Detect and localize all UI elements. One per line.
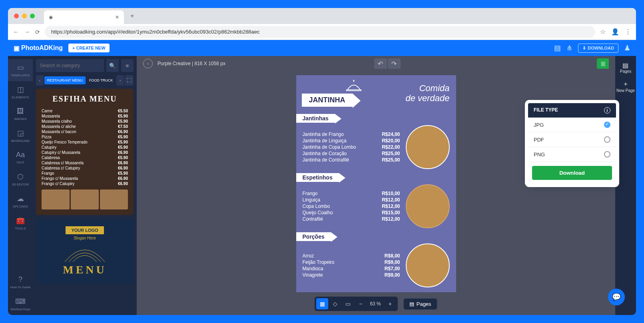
- back-button[interactable]: ‹: [143, 59, 153, 68]
- category-food-truck[interactable]: FOOD TRUCK: [86, 76, 116, 84]
- food-image: [71, 189, 99, 209]
- dish-image: [406, 184, 450, 228]
- section-heading: Espetinhos: [296, 173, 339, 182]
- food-image: [42, 189, 70, 209]
- price-row: FrangoR$10,00: [303, 190, 400, 197]
- redo-button[interactable]: ↷: [388, 58, 401, 69]
- sidebar-text[interactable]: AaTEXT: [8, 147, 33, 168]
- logo-badge: YOUR LOGO: [66, 226, 104, 234]
- price-row: VinagreteR$9,00: [303, 272, 400, 278]
- present-button[interactable]: ▭: [342, 298, 354, 309]
- price-row: Mussarela€5.90: [42, 114, 128, 119]
- account-icon[interactable]: 👤: [611, 28, 619, 36]
- file-type-pdf[interactable]: PDF: [528, 132, 616, 147]
- chat-button[interactable]: 💬: [608, 289, 625, 305]
- template-title: ESFIHA MENU: [42, 94, 128, 104]
- present-icon[interactable]: ▤: [554, 44, 561, 52]
- price-row: Jantinha de FrangoR$24,00: [303, 131, 400, 138]
- close-icon[interactable]: ✕: [115, 14, 119, 20]
- templates-panel: 🔍 ≡ ‹ RESTAURANT MENU FOOD TRUCK › ⛶ ESF…: [33, 56, 137, 315]
- share-icon[interactable]: ⋔: [566, 44, 572, 52]
- cloche-icon: [346, 80, 362, 92]
- price-row: Frango c/ Catupiry€6.90: [42, 181, 128, 186]
- price-row: Copa LomboR$12,00: [303, 203, 400, 209]
- template-thumb-esfiha[interactable]: ESFIHA MENU Carne€5.50Mussarela€5.90Muss…: [36, 89, 134, 215]
- canvas-area: ‹ Purple Creative | 816 X 1056 px ↶ ↷ ≣ …: [137, 56, 615, 315]
- zoom-in-button[interactable]: +: [384, 298, 396, 309]
- download-button[interactable]: ⬇ DOWNLOAD: [578, 44, 618, 53]
- price-row: Pizza€5.90: [42, 134, 128, 140]
- user-icon[interactable]: ♟: [624, 44, 630, 52]
- eraser-button[interactable]: ◇: [329, 298, 341, 309]
- menu-title: MENU: [43, 263, 126, 276]
- left-sidebar: ▭TEMPLATES ◫ELEMENTS 🖼IMAGES ◲BKGROUND A…: [8, 56, 33, 315]
- sidebar-shortcuts[interactable]: ⌨Shortcut Keys: [8, 293, 33, 315]
- price-row: Catupiry c/ Mussarela€6.90: [42, 150, 128, 155]
- zoom-out-button[interactable]: −: [355, 298, 367, 309]
- price-row: Jantinha de CoraçãoR$25,00: [303, 150, 400, 157]
- section-heading: Porções: [296, 232, 331, 241]
- new-tab-button[interactable]: +: [130, 12, 134, 20]
- food-image: [100, 189, 128, 209]
- category-prev[interactable]: ‹: [36, 75, 44, 86]
- sidebar-howto[interactable]: ?How-To Guide: [8, 271, 33, 293]
- file-type-popup: FILE TYPE i JPG PDF PNG Download: [528, 103, 616, 184]
- search-input[interactable]: [36, 59, 104, 72]
- app-header: ▣ PhotoADKing + CREATE NEW ▤ ⋔ ⬇ DOWNLOA…: [8, 40, 636, 56]
- menu-document[interactable]: JANTINHA Comida de verdade Jantinhas Jan…: [296, 75, 456, 292]
- sidebar-images[interactable]: 🖼IMAGES: [8, 103, 33, 125]
- new-page-button[interactable]: ＋New Page: [616, 77, 635, 96]
- price-row: Jantinha de LinguiçaR$20,00: [303, 138, 400, 144]
- category-next[interactable]: ›: [116, 75, 124, 86]
- window-close[interactable]: [14, 14, 19, 18]
- price-row: Jantinha de ContrafiléR$25,00: [303, 157, 400, 163]
- back-icon[interactable]: ←: [13, 28, 19, 36]
- browser-tabbar: ◉ ✕ +: [8, 8, 636, 24]
- layers-button[interactable]: ≣: [597, 58, 609, 69]
- reload-icon[interactable]: ⟳: [35, 29, 40, 35]
- price-row: Frango€5.90: [42, 171, 128, 176]
- file-type-png[interactable]: PNG: [528, 147, 616, 162]
- undo-button[interactable]: ↶: [374, 58, 387, 69]
- menu-icon[interactable]: ⋮: [625, 28, 631, 36]
- ornament-icon: [61, 246, 109, 262]
- section-items: ArrozR$8,00Feijão TropeiroR$9,00Mandioca…: [303, 253, 400, 278]
- radio-icon: [604, 151, 610, 158]
- right-sidebar: ▤Pages ＋New Page: [615, 56, 636, 315]
- sidebar-uploads[interactable]: ☁UPLOADS: [8, 190, 33, 212]
- popup-download-button[interactable]: Download: [532, 166, 612, 180]
- expand-button[interactable]: ⛶: [125, 75, 134, 86]
- search-button[interactable]: 🔍: [106, 59, 119, 72]
- sidebar-templates[interactable]: ▭TEMPLATES: [8, 59, 33, 81]
- price-row: Calabresa c/ Mussarela€6.90: [42, 160, 128, 165]
- create-new-button[interactable]: + CREATE NEW: [68, 44, 110, 52]
- radio-checked-icon: [604, 122, 610, 128]
- sidebar-tools[interactable]: 🧰TOOLS: [8, 212, 33, 234]
- app-logo[interactable]: ▣ PhotoADKing: [14, 44, 63, 52]
- sidebar-elements[interactable]: ◫ELEMENTS: [8, 81, 33, 103]
- window-maximize[interactable]: [30, 14, 35, 18]
- browser-tab[interactable]: ◉ ✕: [44, 10, 124, 24]
- sidebar-3d-editor[interactable]: ⬡3D EDITOR: [8, 168, 33, 190]
- tagline: Comida de verdade: [405, 84, 449, 103]
- list-view-button[interactable]: ≡: [121, 59, 134, 72]
- section-items: Jantinha de FrangoR$24,00Jantinha de Lin…: [303, 131, 400, 163]
- grid-view-button[interactable]: ▦: [316, 298, 328, 309]
- info-icon[interactable]: i: [604, 107, 610, 114]
- pages-tab[interactable]: ▤Pages: [620, 58, 631, 77]
- file-type-jpg[interactable]: JPG: [528, 118, 616, 132]
- jantinha-label: JANTINHA: [302, 94, 353, 107]
- price-row: Mussarela c/alho€5.90: [42, 119, 128, 124]
- window-minimize[interactable]: [22, 14, 27, 18]
- star-icon[interactable]: ☆: [600, 28, 606, 36]
- price-row: Frango c/ Mussarela€6.90: [42, 176, 128, 181]
- forward-icon[interactable]: →: [24, 28, 30, 36]
- url-input[interactable]: https://photoadking.com/app/#/editor/1ym…: [45, 26, 595, 38]
- chrome-icon: ◉: [49, 14, 53, 20]
- price-row: Queijo CoalhoR$15,00: [303, 209, 400, 216]
- sidebar-bkground[interactable]: ◲BKGROUND: [8, 125, 33, 147]
- template-thumb-menu[interactable]: YOUR LOGO Slogan Here MENU: [36, 219, 134, 283]
- pages-button[interactable]: ▤ Pages: [403, 298, 437, 310]
- category-restaurant-menu[interactable]: RESTAURANT MENU: [44, 76, 86, 84]
- price-row: Feijão TropeiroR$9,00: [303, 259, 400, 265]
